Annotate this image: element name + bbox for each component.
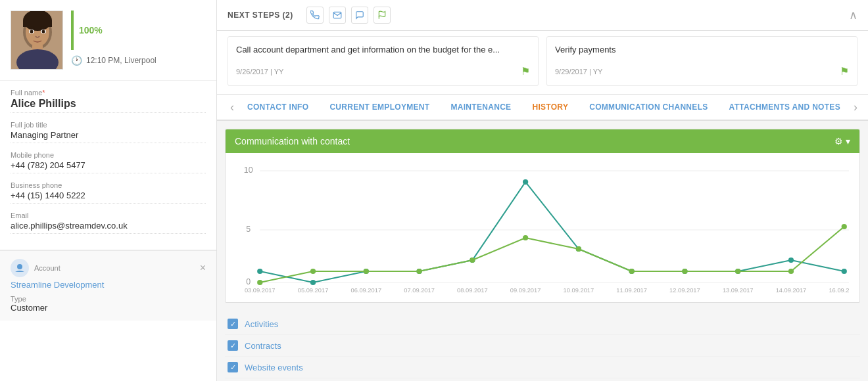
svg-point-33 bbox=[364, 269, 369, 274]
history-area: Communication with contact ⚙ ▾ 10 5 0 bbox=[217, 121, 868, 381]
progress-fill bbox=[71, 11, 74, 50]
email-value[interactable]: alice.phillips@streamdev.co.uk bbox=[11, 221, 206, 234]
tab-history[interactable]: HISTORY bbox=[521, 95, 579, 121]
tab-next-button[interactable]: › bbox=[851, 101, 860, 114]
account-header: Account × bbox=[11, 259, 206, 277]
svg-point-31 bbox=[257, 280, 262, 285]
business-phone-value[interactable]: +44 (15) 1440 5222 bbox=[11, 190, 206, 204]
svg-point-30 bbox=[842, 269, 847, 274]
full-name-value[interactable]: Alice Phillips bbox=[11, 98, 206, 113]
flag-icon-0: ⚑ bbox=[521, 65, 530, 78]
time-display: 12:10 PM, Liverpool bbox=[86, 56, 157, 65]
communication-chart: 10 5 0 bbox=[236, 161, 849, 292]
flag-action-icon[interactable] bbox=[374, 7, 391, 24]
tabs-row: ‹ CONTACT INFO CURRENT EMPLOYMENT MAINTE… bbox=[217, 95, 868, 121]
svg-point-37 bbox=[576, 246, 581, 252]
account-type-label: Type bbox=[11, 295, 206, 303]
location-row: 🕐 12:10 PM, Liverpool bbox=[71, 55, 206, 66]
chat-action-icon[interactable] bbox=[351, 7, 368, 24]
progress-bar bbox=[71, 11, 74, 50]
account-section: Account × Streamline Development Type Cu… bbox=[0, 250, 216, 321]
clock-icon: 🕐 bbox=[71, 55, 82, 66]
svg-text:0: 0 bbox=[246, 277, 251, 286]
job-title-value[interactable]: Managing Partner bbox=[11, 130, 206, 143]
tab-communication-channels[interactable]: COMMUNICATION CHANNELS bbox=[579, 95, 718, 121]
svg-text:09.09.2017: 09.09.2017 bbox=[510, 287, 541, 292]
step-card-1[interactable]: Verify payments 9/29/2017 | YY ⚑ bbox=[546, 36, 857, 86]
account-icon-row: Account bbox=[11, 259, 60, 277]
account-close-button[interactable]: × bbox=[200, 262, 206, 274]
tab-prev-button[interactable]: ‹ bbox=[228, 101, 237, 114]
account-label: Account bbox=[34, 264, 60, 272]
svg-text:03.09.2017: 03.09.2017 bbox=[245, 287, 276, 292]
job-title-field: Full job title Managing Partner bbox=[11, 121, 206, 143]
svg-point-34 bbox=[416, 269, 422, 274]
checklist: ✓ Activities ✓ Contracts ✓ Website event… bbox=[225, 311, 860, 381]
check-icon-website-events: ✓ bbox=[228, 362, 238, 372]
email-label: Email bbox=[11, 212, 206, 219]
svg-text:10.09.2017: 10.09.2017 bbox=[564, 287, 594, 292]
progress-row: 100% bbox=[71, 11, 206, 50]
phone-action-icon[interactable] bbox=[306, 7, 324, 24]
svg-text:11.09.2017: 11.09.2017 bbox=[616, 287, 647, 292]
email-field: Email alice.phillips@streamdev.co.uk bbox=[11, 212, 206, 234]
svg-point-35 bbox=[470, 258, 475, 263]
account-type-value: Customer bbox=[11, 303, 206, 313]
svg-text:06.09.2017: 06.09.2017 bbox=[350, 287, 381, 292]
account-name[interactable]: Streamline Development bbox=[11, 280, 206, 290]
svg-text:10: 10 bbox=[244, 166, 253, 175]
profile-section: 100% 🕐 12:10 PM, Liverpool bbox=[0, 0, 216, 81]
next-steps-actions bbox=[306, 7, 391, 24]
svg-point-19 bbox=[257, 269, 262, 274]
svg-rect-4 bbox=[23, 20, 52, 27]
profile-meta: 100% 🕐 12:10 PM, Liverpool bbox=[71, 11, 206, 66]
svg-point-24 bbox=[523, 179, 528, 185]
checklist-item-website-events[interactable]: ✓ Website events bbox=[225, 357, 860, 378]
svg-text:08.09.2017: 08.09.2017 bbox=[457, 287, 488, 292]
svg-point-39 bbox=[682, 269, 687, 274]
svg-point-36 bbox=[523, 235, 528, 240]
mobile-phone-value[interactable]: +44 (782) 204 5477 bbox=[11, 160, 206, 173]
svg-point-32 bbox=[310, 269, 316, 274]
svg-text:13.09.2017: 13.09.2017 bbox=[723, 287, 754, 292]
checklist-item-contracts[interactable]: ✓ Contracts bbox=[225, 335, 860, 357]
flag-icon-1: ⚑ bbox=[840, 65, 849, 78]
checklist-item-activities[interactable]: ✓ Activities bbox=[225, 313, 860, 335]
svg-text:5: 5 bbox=[246, 225, 251, 234]
tab-attachments-notes[interactable]: ATTACHMENTS AND NOTES bbox=[719, 95, 851, 121]
checklist-label-activities: Activities bbox=[245, 319, 278, 329]
step-card-text-0: Call account department and get informat… bbox=[236, 45, 530, 55]
svg-point-10 bbox=[42, 30, 45, 34]
chart-header: Communication with contact ⚙ ▾ bbox=[226, 129, 859, 153]
full-name-label: Full name* bbox=[11, 89, 206, 97]
next-steps-header: NEXT STEPS (2) ∧ bbox=[217, 0, 868, 31]
svg-text:07.09.2017: 07.09.2017 bbox=[404, 287, 435, 292]
step-card-0[interactable]: Call account department and get informat… bbox=[228, 36, 539, 86]
account-avatar bbox=[11, 259, 29, 277]
tab-contact-info[interactable]: CONTACT INFO bbox=[237, 95, 319, 121]
chart-container: Communication with contact ⚙ ▾ 10 5 0 bbox=[225, 129, 860, 303]
chart-body: 10 5 0 bbox=[226, 153, 859, 302]
chart-settings-button[interactable]: ⚙ ▾ bbox=[834, 136, 850, 146]
svg-point-9 bbox=[30, 30, 34, 34]
checklist-item-cases[interactable]: ✓ Cases bbox=[225, 378, 860, 381]
svg-text:12.09.2017: 12.09.2017 bbox=[669, 287, 700, 292]
step-card-date-1: 9/29/2017 | YY bbox=[555, 68, 602, 76]
svg-point-20 bbox=[310, 280, 316, 285]
full-name-field: Full name* Alice Phillips bbox=[11, 89, 206, 113]
email-action-icon[interactable] bbox=[329, 7, 346, 24]
mobile-phone-field: Mobile phone +44 (782) 204 5477 bbox=[11, 151, 206, 173]
svg-point-29 bbox=[788, 258, 794, 263]
check-icon-contracts: ✓ bbox=[228, 340, 238, 351]
main-panel: NEXT STEPS (2) ∧ Call account department… bbox=[217, 0, 868, 381]
collapse-button[interactable]: ∧ bbox=[849, 8, 857, 22]
svg-point-11 bbox=[17, 264, 22, 269]
tab-maintenance[interactable]: MAINTENANCE bbox=[440, 95, 521, 121]
svg-point-42 bbox=[842, 224, 847, 229]
required-indicator: * bbox=[42, 89, 45, 97]
step-card-footer-1: 9/29/2017 | YY ⚑ bbox=[555, 65, 849, 78]
next-steps-cards: Call account department and get informat… bbox=[217, 31, 868, 95]
svg-point-40 bbox=[735, 269, 740, 274]
tab-current-employment[interactable]: CURRENT EMPLOYMENT bbox=[319, 95, 440, 121]
svg-text:05.09.2017: 05.09.2017 bbox=[298, 287, 329, 292]
